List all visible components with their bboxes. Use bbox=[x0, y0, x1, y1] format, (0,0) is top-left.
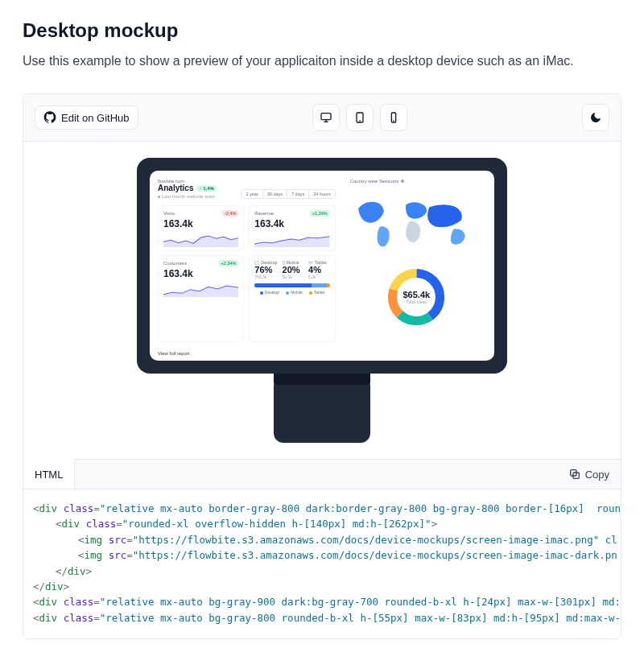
visits-value: 163.4k bbox=[163, 218, 238, 229]
map-title: Country wise Sessions bbox=[350, 179, 405, 184]
device-desktop-sub: 756,3k bbox=[254, 275, 277, 279]
customers-label: Customers bbox=[163, 261, 187, 266]
section-title: Desktop mockup bbox=[23, 19, 621, 42]
customers-value: 163.4k bbox=[163, 268, 238, 279]
imac-mockup: flowbite.com Analytics ↑ 1,4% Last month… bbox=[137, 158, 507, 443]
github-icon bbox=[43, 111, 56, 124]
device-legend: Desktop Mobile Tablet bbox=[254, 290, 329, 295]
stat-card-customers: Customers +2,34% 163.4k bbox=[158, 255, 244, 342]
dashboard-title: Analytics bbox=[158, 184, 193, 192]
visits-delta: -2,4% bbox=[222, 210, 238, 217]
copy-button[interactable]: Copy bbox=[557, 461, 621, 487]
preview-area: flowbite.com Analytics ↑ 1,4% Last month… bbox=[23, 142, 621, 459]
device-breakdown-card: ▢Desktop 76% 756,3k ▯Mobile 20% 56,1k bbox=[249, 255, 335, 342]
code-tab-html[interactable]: HTML bbox=[23, 459, 75, 489]
device-desktop-button[interactable] bbox=[312, 104, 340, 131]
stat-card-revenue: Revenue +1,24% 163.4k bbox=[249, 205, 335, 251]
code-tabs: HTML Copy bbox=[23, 459, 621, 489]
visits-label: Visits bbox=[163, 211, 175, 216]
period-tabs[interactable]: 1 year 30 days 7 days 24 hours bbox=[241, 189, 335, 199]
copy-label: Copy bbox=[585, 469, 609, 481]
device-tablet-sub: 6,2k bbox=[308, 275, 330, 279]
visits-sparkline bbox=[163, 231, 238, 247]
period-tab-1year[interactable]: 1 year bbox=[242, 190, 262, 198]
example-toolbar: Edit on GitHub bbox=[23, 94, 621, 142]
view-full-report-link[interactable]: View full report bbox=[158, 351, 336, 356]
period-tab-24hours[interactable]: 24 hours bbox=[309, 190, 334, 198]
svg-rect-0 bbox=[321, 114, 331, 120]
stat-card-visits: Visits -2,4% 163.4k bbox=[158, 205, 244, 251]
dashboard-trend-badge: ↑ 1,4% bbox=[196, 185, 216, 192]
imac-frame: flowbite.com Analytics ↑ 1,4% Last month… bbox=[137, 158, 507, 374]
donut-value: $65.4k bbox=[402, 290, 430, 299]
total-sales-donut: $65.4k Total sales bbox=[385, 266, 448, 328]
revenue-value: 163.4k bbox=[254, 218, 329, 229]
period-tab-7days[interactable]: 7 days bbox=[287, 190, 309, 198]
dark-mode-toggle[interactable] bbox=[582, 104, 609, 131]
example-card: Edit on GitHub bbox=[23, 93, 621, 639]
customers-sparkline bbox=[163, 281, 238, 297]
world-map bbox=[352, 195, 481, 254]
section-description: Use this example to show a preview of yo… bbox=[23, 52, 621, 71]
edit-on-github-button[interactable]: Edit on GitHub bbox=[35, 105, 138, 130]
revenue-sparkline bbox=[254, 231, 329, 247]
code-block[interactable]: <div class="relative mx-auto border-gray… bbox=[23, 489, 621, 638]
period-tab-30days[interactable]: 30 days bbox=[263, 190, 287, 198]
imac-screen-content: flowbite.com Analytics ↑ 1,4% Last month… bbox=[150, 171, 494, 361]
tablet-icon bbox=[353, 111, 366, 124]
revenue-label: Revenue bbox=[254, 211, 274, 216]
device-desktop-pct: 76% bbox=[254, 265, 277, 275]
moon-icon bbox=[589, 111, 602, 124]
copy-icon bbox=[568, 468, 581, 481]
dashboard-subtitle: Last month website stats bbox=[158, 194, 217, 199]
device-mobile-button[interactable] bbox=[380, 104, 407, 131]
desktop-icon bbox=[320, 111, 332, 124]
imac-base bbox=[274, 385, 370, 443]
device-stacked-bar bbox=[254, 283, 329, 287]
donut-subtitle: Total sales bbox=[406, 299, 427, 304]
edit-on-github-label: Edit on GitHub bbox=[61, 112, 130, 124]
revenue-delta: +1,24% bbox=[310, 210, 330, 217]
device-mobile-sub: 56,1k bbox=[283, 275, 304, 279]
device-tablet-button[interactable] bbox=[346, 104, 374, 131]
mobile-icon bbox=[387, 111, 400, 124]
customers-delta: +2,34% bbox=[219, 260, 239, 266]
device-mobile-pct: 20% bbox=[283, 265, 304, 275]
device-tablet-pct: 4% bbox=[308, 265, 330, 275]
